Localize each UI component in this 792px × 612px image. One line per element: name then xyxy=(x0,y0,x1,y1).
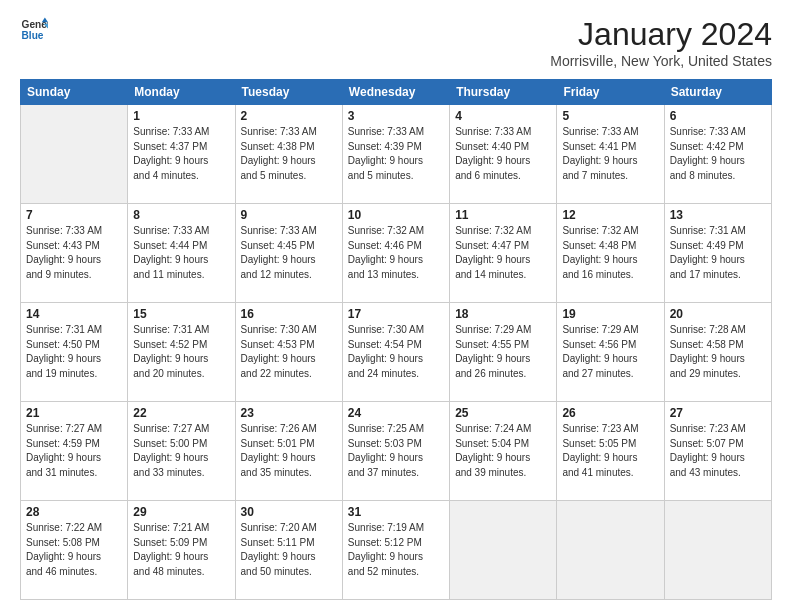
calendar-page: General Blue January 2024 Morrisville, N… xyxy=(0,0,792,612)
calendar-cell: 25Sunrise: 7:24 AM Sunset: 5:04 PM Dayli… xyxy=(450,402,557,501)
header-row: Sunday Monday Tuesday Wednesday Thursday… xyxy=(21,80,772,105)
day-info: Sunrise: 7:33 AM Sunset: 4:45 PM Dayligh… xyxy=(241,224,337,282)
day-info: Sunrise: 7:31 AM Sunset: 4:50 PM Dayligh… xyxy=(26,323,122,381)
col-monday: Monday xyxy=(128,80,235,105)
day-number: 3 xyxy=(348,109,444,123)
col-sunday: Sunday xyxy=(21,80,128,105)
day-number: 22 xyxy=(133,406,229,420)
day-number: 10 xyxy=(348,208,444,222)
calendar-cell: 2Sunrise: 7:33 AM Sunset: 4:38 PM Daylig… xyxy=(235,105,342,204)
day-number: 14 xyxy=(26,307,122,321)
day-number: 21 xyxy=(26,406,122,420)
day-number: 15 xyxy=(133,307,229,321)
calendar-cell: 20Sunrise: 7:28 AM Sunset: 4:58 PM Dayli… xyxy=(664,303,771,402)
day-info: Sunrise: 7:26 AM Sunset: 5:01 PM Dayligh… xyxy=(241,422,337,480)
day-info: Sunrise: 7:31 AM Sunset: 4:52 PM Dayligh… xyxy=(133,323,229,381)
day-info: Sunrise: 7:25 AM Sunset: 5:03 PM Dayligh… xyxy=(348,422,444,480)
calendar-cell: 8Sunrise: 7:33 AM Sunset: 4:44 PM Daylig… xyxy=(128,204,235,303)
day-info: Sunrise: 7:33 AM Sunset: 4:41 PM Dayligh… xyxy=(562,125,658,183)
day-info: Sunrise: 7:33 AM Sunset: 4:39 PM Dayligh… xyxy=(348,125,444,183)
day-number: 23 xyxy=(241,406,337,420)
calendar-row: 14Sunrise: 7:31 AM Sunset: 4:50 PM Dayli… xyxy=(21,303,772,402)
title-block: January 2024 Morrisville, New York, Unit… xyxy=(550,16,772,69)
calendar-cell: 22Sunrise: 7:27 AM Sunset: 5:00 PM Dayli… xyxy=(128,402,235,501)
day-number: 19 xyxy=(562,307,658,321)
col-wednesday: Wednesday xyxy=(342,80,449,105)
calendar-cell xyxy=(21,105,128,204)
calendar-cell: 26Sunrise: 7:23 AM Sunset: 5:05 PM Dayli… xyxy=(557,402,664,501)
day-info: Sunrise: 7:30 AM Sunset: 4:54 PM Dayligh… xyxy=(348,323,444,381)
calendar-cell: 16Sunrise: 7:30 AM Sunset: 4:53 PM Dayli… xyxy=(235,303,342,402)
calendar-cell: 23Sunrise: 7:26 AM Sunset: 5:01 PM Dayli… xyxy=(235,402,342,501)
calendar-cell: 31Sunrise: 7:19 AM Sunset: 5:12 PM Dayli… xyxy=(342,501,449,600)
day-number: 7 xyxy=(26,208,122,222)
day-number: 5 xyxy=(562,109,658,123)
day-number: 31 xyxy=(348,505,444,519)
day-info: Sunrise: 7:32 AM Sunset: 4:48 PM Dayligh… xyxy=(562,224,658,282)
calendar-row: 28Sunrise: 7:22 AM Sunset: 5:08 PM Dayli… xyxy=(21,501,772,600)
day-info: Sunrise: 7:29 AM Sunset: 4:56 PM Dayligh… xyxy=(562,323,658,381)
calendar-cell: 30Sunrise: 7:20 AM Sunset: 5:11 PM Dayli… xyxy=(235,501,342,600)
day-info: Sunrise: 7:21 AM Sunset: 5:09 PM Dayligh… xyxy=(133,521,229,579)
day-number: 2 xyxy=(241,109,337,123)
svg-text:Blue: Blue xyxy=(22,30,44,41)
calendar-cell: 14Sunrise: 7:31 AM Sunset: 4:50 PM Dayli… xyxy=(21,303,128,402)
day-info: Sunrise: 7:33 AM Sunset: 4:38 PM Dayligh… xyxy=(241,125,337,183)
day-number: 18 xyxy=(455,307,551,321)
calendar-cell: 29Sunrise: 7:21 AM Sunset: 5:09 PM Dayli… xyxy=(128,501,235,600)
day-number: 12 xyxy=(562,208,658,222)
calendar-cell xyxy=(557,501,664,600)
calendar-cell xyxy=(450,501,557,600)
day-number: 8 xyxy=(133,208,229,222)
calendar-cell: 18Sunrise: 7:29 AM Sunset: 4:55 PM Dayli… xyxy=(450,303,557,402)
calendar-cell: 13Sunrise: 7:31 AM Sunset: 4:49 PM Dayli… xyxy=(664,204,771,303)
day-info: Sunrise: 7:23 AM Sunset: 5:07 PM Dayligh… xyxy=(670,422,766,480)
day-number: 26 xyxy=(562,406,658,420)
calendar-cell: 9Sunrise: 7:33 AM Sunset: 4:45 PM Daylig… xyxy=(235,204,342,303)
calendar-cell: 6Sunrise: 7:33 AM Sunset: 4:42 PM Daylig… xyxy=(664,105,771,204)
day-info: Sunrise: 7:33 AM Sunset: 4:43 PM Dayligh… xyxy=(26,224,122,282)
calendar-table: Sunday Monday Tuesday Wednesday Thursday… xyxy=(20,79,772,600)
calendar-cell: 28Sunrise: 7:22 AM Sunset: 5:08 PM Dayli… xyxy=(21,501,128,600)
day-info: Sunrise: 7:28 AM Sunset: 4:58 PM Dayligh… xyxy=(670,323,766,381)
calendar-cell: 3Sunrise: 7:33 AM Sunset: 4:39 PM Daylig… xyxy=(342,105,449,204)
day-info: Sunrise: 7:27 AM Sunset: 4:59 PM Dayligh… xyxy=(26,422,122,480)
day-number: 29 xyxy=(133,505,229,519)
logo: General Blue xyxy=(20,16,48,44)
calendar-cell: 15Sunrise: 7:31 AM Sunset: 4:52 PM Dayli… xyxy=(128,303,235,402)
day-info: Sunrise: 7:33 AM Sunset: 4:37 PM Dayligh… xyxy=(133,125,229,183)
calendar-cell: 1Sunrise: 7:33 AM Sunset: 4:37 PM Daylig… xyxy=(128,105,235,204)
col-saturday: Saturday xyxy=(664,80,771,105)
calendar-row: 7Sunrise: 7:33 AM Sunset: 4:43 PM Daylig… xyxy=(21,204,772,303)
day-info: Sunrise: 7:19 AM Sunset: 5:12 PM Dayligh… xyxy=(348,521,444,579)
day-number: 28 xyxy=(26,505,122,519)
day-number: 30 xyxy=(241,505,337,519)
calendar-cell: 19Sunrise: 7:29 AM Sunset: 4:56 PM Dayli… xyxy=(557,303,664,402)
day-number: 27 xyxy=(670,406,766,420)
month-title: January 2024 xyxy=(550,16,772,53)
calendar-row: 21Sunrise: 7:27 AM Sunset: 4:59 PM Dayli… xyxy=(21,402,772,501)
calendar-cell: 10Sunrise: 7:32 AM Sunset: 4:46 PM Dayli… xyxy=(342,204,449,303)
day-number: 6 xyxy=(670,109,766,123)
logo-icon: General Blue xyxy=(20,16,48,44)
day-number: 20 xyxy=(670,307,766,321)
calendar-cell: 21Sunrise: 7:27 AM Sunset: 4:59 PM Dayli… xyxy=(21,402,128,501)
col-friday: Friday xyxy=(557,80,664,105)
day-info: Sunrise: 7:24 AM Sunset: 5:04 PM Dayligh… xyxy=(455,422,551,480)
location: Morrisville, New York, United States xyxy=(550,53,772,69)
day-info: Sunrise: 7:33 AM Sunset: 4:42 PM Dayligh… xyxy=(670,125,766,183)
calendar-cell: 7Sunrise: 7:33 AM Sunset: 4:43 PM Daylig… xyxy=(21,204,128,303)
day-number: 1 xyxy=(133,109,229,123)
calendar-cell: 24Sunrise: 7:25 AM Sunset: 5:03 PM Dayli… xyxy=(342,402,449,501)
header: General Blue January 2024 Morrisville, N… xyxy=(20,16,772,69)
day-info: Sunrise: 7:30 AM Sunset: 4:53 PM Dayligh… xyxy=(241,323,337,381)
day-info: Sunrise: 7:20 AM Sunset: 5:11 PM Dayligh… xyxy=(241,521,337,579)
day-info: Sunrise: 7:22 AM Sunset: 5:08 PM Dayligh… xyxy=(26,521,122,579)
calendar-cell: 17Sunrise: 7:30 AM Sunset: 4:54 PM Dayli… xyxy=(342,303,449,402)
day-number: 4 xyxy=(455,109,551,123)
calendar-cell: 27Sunrise: 7:23 AM Sunset: 5:07 PM Dayli… xyxy=(664,402,771,501)
day-number: 13 xyxy=(670,208,766,222)
calendar-row: 1Sunrise: 7:33 AM Sunset: 4:37 PM Daylig… xyxy=(21,105,772,204)
day-number: 16 xyxy=(241,307,337,321)
day-number: 17 xyxy=(348,307,444,321)
